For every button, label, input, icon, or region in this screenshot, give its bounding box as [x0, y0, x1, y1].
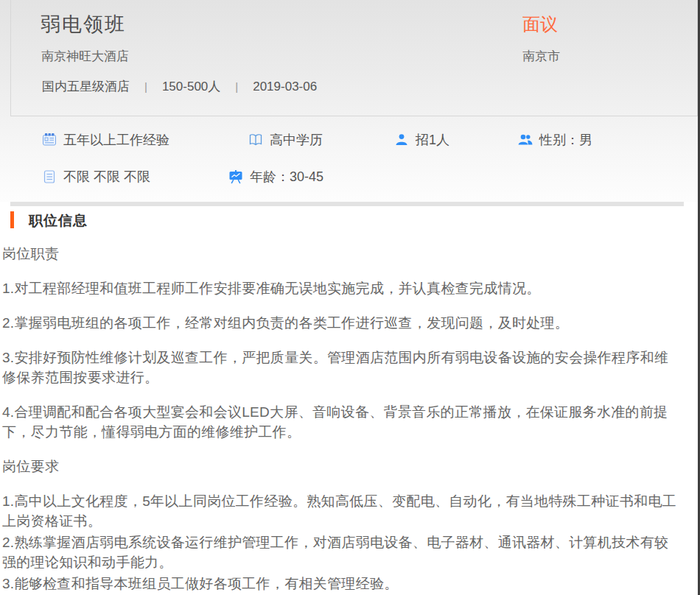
req-age-label: 年龄：30-45	[250, 168, 323, 186]
section-accent-bar	[10, 211, 14, 228]
company-name: 南京神旺大酒店	[41, 48, 129, 65]
req-headcount-label: 招1人	[416, 131, 449, 149]
book-icon	[248, 133, 263, 147]
req-gender: 性别：男	[518, 132, 592, 148]
resume-icon	[42, 133, 57, 147]
req-education-label: 高中学历	[270, 131, 323, 149]
desc-paragraph: 岗位职责	[2, 244, 680, 264]
company-type: 国内五星级酒店	[42, 80, 130, 94]
salary: 面议	[522, 13, 558, 36]
req-experience-label: 五年以上工作经验	[63, 131, 169, 149]
req-education: 高中学历	[248, 132, 323, 148]
desc-paragraph: 4.合理调配和配合各项大型宴会和会议LED大屏、音响设备、背景音乐的正常播放，在…	[2, 402, 680, 442]
people-icon	[518, 133, 533, 147]
req-age: 年龄：30-45	[228, 169, 323, 185]
job-description: 岗位职责 1.对工程部经理和值班工程师工作安排要准确无误地实施完成，并认真检查完…	[2, 244, 680, 595]
desc-paragraph: 1.高中以上文化程度，5年以上同岗位工作经验。熟知高低压、变配电、自动化，有当地…	[2, 491, 680, 531]
list-icon	[42, 169, 57, 184]
req-other-limits: 不限 不限 不限	[42, 169, 150, 185]
meta-separator: |	[235, 80, 238, 93]
desc-paragraph: 2.熟练掌握酒店弱电系统设备运行维护管理工作，对酒店弱电设备、电子器材、通讯器材…	[2, 532, 680, 572]
job-title: 弱电领班	[41, 11, 126, 38]
company-size: 150-500人	[162, 80, 220, 94]
company-meta: 国内五星级酒店|150-500人|2019-03-06	[42, 78, 317, 95]
job-city: 南京市	[522, 48, 560, 65]
req-other-limits-label: 不限 不限 不限	[63, 168, 150, 186]
req-gender-label: 性别：男	[539, 131, 592, 149]
desc-paragraph: 岗位要求	[2, 457, 680, 476]
desc-paragraph: 1.对工程部经理和值班工程师工作安排要准确无误地实施完成，并认真检查完成情况。	[2, 278, 680, 298]
desc-paragraph: 3.安排好预防性维修计划及巡查工作，严把质量关。管理酒店范围内所有弱电设备设施的…	[2, 348, 680, 387]
req-experience: 五年以上工作经验	[42, 132, 169, 148]
section-divider	[10, 202, 684, 206]
desc-paragraph: 2.掌握弱电班组的各项工作，经常对组内负责的各类工作进行巡查，发现问题，及时处理…	[2, 313, 680, 333]
section-title: 职位信息	[29, 211, 88, 230]
meta-separator: |	[144, 80, 147, 93]
req-headcount: 招1人	[394, 132, 449, 148]
board-chart-icon	[228, 169, 243, 184]
job-header-card: 弱电领班 南京神旺大酒店 国内五星级酒店|150-500人|2019-03-06…	[10, 0, 698, 116]
post-date: 2019-03-06	[253, 80, 317, 94]
person-icon	[394, 133, 409, 147]
desc-paragraph: 3.能够检查和指导本班组员工做好各项工作，有相关管理经验。	[2, 574, 680, 594]
